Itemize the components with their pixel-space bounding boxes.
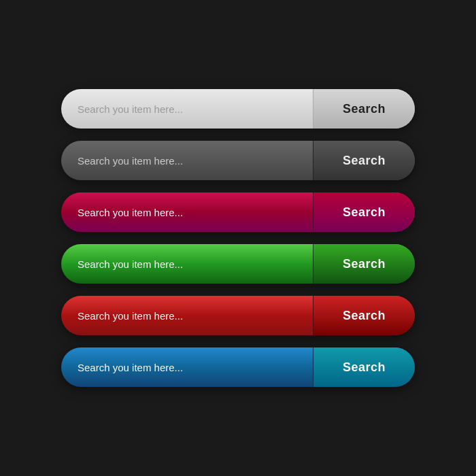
placeholder-4: Search you item here... bbox=[78, 258, 183, 270]
placeholder-1: Search you item here... bbox=[78, 103, 183, 115]
search-input-4[interactable]: Search you item here... bbox=[61, 244, 313, 284]
search-input-6[interactable]: Search you item here... bbox=[61, 347, 313, 387]
placeholder-2: Search you item here... bbox=[78, 155, 183, 167]
search-button-6[interactable]: Search bbox=[313, 347, 415, 387]
placeholder-6: Search you item here... bbox=[78, 362, 183, 373]
search-button-2[interactable]: Search bbox=[313, 141, 415, 180]
search-input-5[interactable]: Search you item here... bbox=[61, 296, 313, 335]
search-bar-6: Search you item here... Search bbox=[61, 347, 415, 387]
search-input-3[interactable]: Search you item here... bbox=[61, 192, 313, 232]
search-bar-5: Search you item here... Search bbox=[61, 296, 415, 335]
search-bar-1: Search you item here... Search bbox=[61, 89, 415, 129]
search-input-1[interactable]: Search you item here... bbox=[61, 89, 313, 129]
search-button-5[interactable]: Search bbox=[313, 296, 415, 335]
placeholder-3: Search you item here... bbox=[78, 207, 183, 218]
search-input-2[interactable]: Search you item here... bbox=[61, 141, 313, 180]
search-bar-2: Search you item here... Search bbox=[61, 141, 415, 180]
search-bar-4: Search you item here... Search bbox=[61, 244, 415, 284]
search-bar-3: Search you item here... Search bbox=[61, 192, 415, 232]
placeholder-5: Search you item here... bbox=[78, 310, 183, 322]
search-button-3[interactable]: Search bbox=[313, 192, 415, 232]
search-button-4[interactable]: Search bbox=[313, 244, 415, 284]
search-button-1[interactable]: Search bbox=[313, 89, 415, 129]
